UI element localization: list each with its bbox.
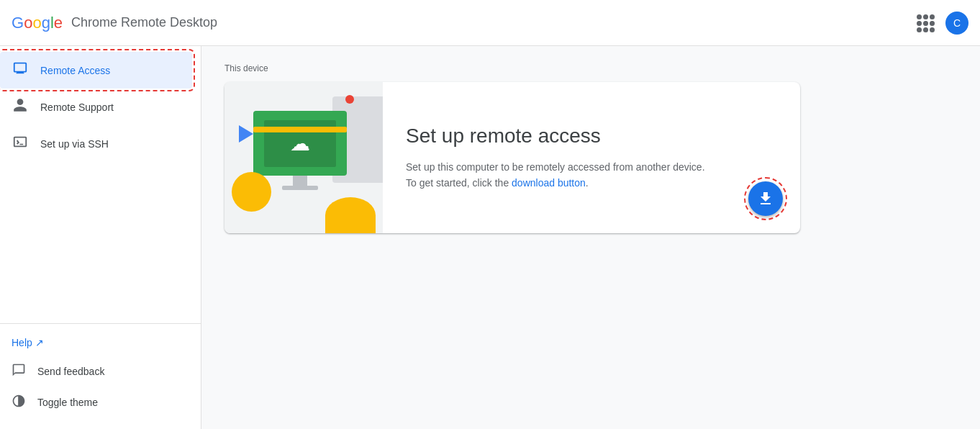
sidebar-item-theme[interactable]: Toggle theme bbox=[0, 387, 201, 417]
illus-blue-triangle bbox=[239, 125, 253, 143]
sidebar-item-remote-access[interactable]: Remote Access bbox=[0, 52, 192, 89]
help-label: Help bbox=[12, 337, 32, 348]
sidebar-item-remote-support-label: Remote Support bbox=[40, 101, 114, 113]
card-description: Set up this computer to be remotely acce… bbox=[406, 159, 708, 191]
sidebar-item-ssh-label: Set up via SSH bbox=[40, 138, 109, 150]
avatar[interactable]: C bbox=[945, 12, 968, 35]
card-title: Set up remote access bbox=[406, 125, 777, 148]
theme-label: Toggle theme bbox=[37, 397, 98, 408]
google-logo: Google bbox=[12, 14, 63, 32]
sidebar-nav: Remote Access Remote Support Set u bbox=[0, 52, 201, 317]
download-button[interactable] bbox=[748, 181, 783, 216]
app-title: Chrome Remote Desktop bbox=[71, 15, 217, 30]
sidebar-item-feedback[interactable]: Send feedback bbox=[0, 356, 201, 387]
person-icon bbox=[12, 97, 29, 117]
external-link-icon: ↗ bbox=[35, 337, 44, 348]
sidebar-item-ssh[interactable]: Set up via SSH bbox=[0, 125, 192, 162]
header-actions: C bbox=[917, 12, 968, 35]
theme-icon bbox=[12, 394, 26, 410]
download-icon bbox=[757, 190, 774, 207]
sidebar-item-remote-support[interactable]: Remote Support bbox=[0, 89, 192, 125]
download-link[interactable]: download button bbox=[512, 177, 586, 189]
sidebar-item-remote-access-label: Remote Access bbox=[40, 65, 110, 76]
main-content: This device ☁ bbox=[201, 46, 980, 429]
setup-card: ☁ Set up remote access Set up this compu… bbox=[224, 82, 800, 233]
terminal-icon bbox=[12, 134, 29, 153]
card-illustration: ☁ bbox=[224, 82, 383, 233]
monitor-icon bbox=[12, 60, 29, 80]
app-layout: Remote Access Remote Support Set u bbox=[0, 46, 980, 429]
feedback-label: Send feedback bbox=[37, 366, 104, 377]
header-logo-group: Google Chrome Remote Desktop bbox=[12, 14, 217, 32]
app-header: Google Chrome Remote Desktop C bbox=[0, 0, 980, 46]
illus-monitor-base bbox=[282, 186, 318, 190]
section-label: This device bbox=[224, 63, 957, 73]
apps-icon[interactable] bbox=[917, 14, 934, 32]
illus-monitor-stand bbox=[293, 176, 307, 186]
illus-yellow-blob2 bbox=[325, 197, 376, 233]
illus-cloud-icon: ☁ bbox=[290, 132, 310, 155]
illus-yellow-blob1 bbox=[232, 172, 271, 212]
feedback-icon bbox=[12, 363, 26, 379]
illustration-container: ☁ bbox=[224, 82, 383, 233]
sidebar-footer: Help ↗ Send feedback Toggl bbox=[0, 323, 201, 423]
card-content: Set up remote access Set up this compute… bbox=[383, 82, 800, 233]
illus-yellow-bar bbox=[253, 127, 347, 132]
illus-red-dot bbox=[345, 95, 354, 104]
help-link[interactable]: Help ↗ bbox=[0, 330, 201, 356]
illus-monitor: ☁ bbox=[253, 111, 347, 176]
sidebar: Remote Access Remote Support Set u bbox=[0, 46, 201, 429]
